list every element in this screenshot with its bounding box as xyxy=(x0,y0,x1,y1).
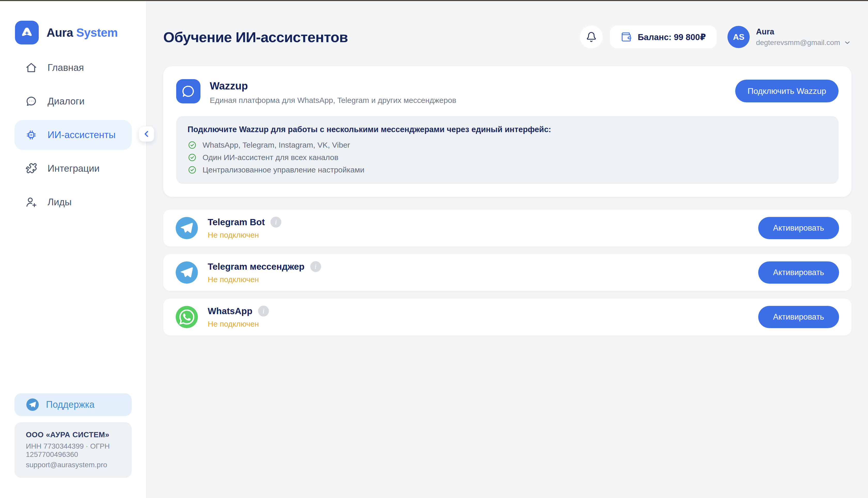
sidebar-nav: Главная Диалоги xyxy=(0,53,146,217)
company-info: ООО «АУРА СИСТЕМ» ИНН 7730344399 · ОГРН … xyxy=(14,422,132,478)
aura-logo-icon xyxy=(15,21,39,44)
sidebar-footer: Поддержка ООО «АУРА СИСТЕМ» ИНН 77303443… xyxy=(0,393,146,498)
wazzup-feature-list: WhatsApp, Telegram, Instagram, VK, Viber… xyxy=(188,140,827,175)
app-root: Aura System Главная xyxy=(0,1,868,498)
company-email: support@aurasystem.pro xyxy=(26,461,120,469)
wazzup-info-title: Подключите Wazzup для работы с нескольки… xyxy=(188,124,827,135)
info-icon[interactable]: i xyxy=(258,306,269,316)
activate-whatsapp-button[interactable]: Активировать xyxy=(758,306,839,328)
wazzup-card: Wazzup Единая платформа для WhatsApp, Te… xyxy=(163,66,852,197)
home-icon xyxy=(25,62,37,74)
sidebar-item-label: Главная xyxy=(48,62,84,73)
feature-item: Централизованное управление настройками xyxy=(188,165,827,175)
balance-button[interactable]: Баланс: 99 800₽ xyxy=(610,26,717,48)
user-plus-icon xyxy=(25,196,37,208)
sidebar-item-label: Диалоги xyxy=(48,96,84,107)
telegram-icon xyxy=(176,217,198,239)
channel-text: Telegram мессенджер i Не подключен xyxy=(208,261,758,284)
activate-telegram-bot-button[interactable]: Активировать xyxy=(758,217,839,239)
puzzle-icon xyxy=(25,163,37,174)
chevron-left-icon xyxy=(141,129,152,139)
info-icon[interactable]: i xyxy=(310,261,321,272)
feature-item: Один ИИ-ассистент для всех каналов xyxy=(188,152,827,163)
feature-label: Централизованное управление настройками xyxy=(203,165,364,175)
user-meta: Aura degterevsmm@gmail.com xyxy=(756,27,852,47)
channel-name: WhatsApp xyxy=(208,306,253,316)
chip-icon xyxy=(25,129,37,141)
wazzup-icon xyxy=(176,79,201,103)
channel-status: Не подключен xyxy=(208,231,758,239)
avatar: AS xyxy=(728,26,750,48)
header-actions: Баланс: 99 800₽ AS Aura degterevsmm@gmai… xyxy=(580,26,852,48)
info-icon[interactable]: i xyxy=(270,217,281,227)
brand-accent: System xyxy=(76,26,118,39)
balance-label: Баланс: 99 800₽ xyxy=(638,32,706,42)
channel-text: Telegram Bot i Не подключен xyxy=(208,217,758,239)
wazzup-card-header: Wazzup Единая платформа для WhatsApp, Te… xyxy=(176,79,839,105)
feature-label: Один ИИ-ассистент для всех каналов xyxy=(203,152,338,163)
channel-row-whatsapp: WhatsApp i Не подключен Активировать xyxy=(163,299,852,335)
channel-row-telegram-messenger: Telegram мессенджер i Не подключен Актив… xyxy=(163,254,852,291)
wallet-icon xyxy=(621,31,632,42)
check-circle-icon xyxy=(188,165,197,174)
feature-label: WhatsApp, Telegram, Instagram, VK, Viber xyxy=(203,140,350,150)
wazzup-info-panel: Подключите Wazzup для работы с нескольки… xyxy=(176,116,839,184)
sidebar-item-leads[interactable]: Лиды xyxy=(14,187,132,217)
telegram-icon xyxy=(176,261,198,284)
page-title: Обучение ИИ-ассистентов xyxy=(163,29,348,45)
check-circle-icon xyxy=(188,153,197,162)
sidebar-collapse-button[interactable] xyxy=(139,126,154,142)
activate-telegram-messenger-button[interactable]: Активировать xyxy=(758,261,839,284)
channel-name: Telegram мессенджер xyxy=(208,261,304,272)
sidebar-item-home[interactable]: Главная xyxy=(14,53,132,83)
channel-name: Telegram Bot xyxy=(208,217,265,227)
company-registration: ИНН 7730344399 · ОГРН 1257700496360 xyxy=(26,442,120,459)
bell-icon xyxy=(586,31,597,42)
channel-row-telegram-bot: Telegram Bot i Не подключен Активировать xyxy=(163,210,852,246)
brand-primary: Aura xyxy=(46,26,73,39)
chat-icon xyxy=(25,95,37,107)
check-circle-icon xyxy=(188,140,197,150)
sidebar-item-label: Лиды xyxy=(48,197,71,208)
user-menu[interactable]: AS Aura degterevsmm@gmail.com xyxy=(728,26,852,48)
notifications-button[interactable] xyxy=(580,26,603,48)
page-header: Обучение ИИ-ассистентов xyxy=(163,25,852,49)
wazzup-title: Wazzup xyxy=(210,80,735,92)
support-button[interactable]: Поддержка xyxy=(14,393,132,416)
sidebar: Aura System Главная xyxy=(0,1,147,498)
whatsapp-icon xyxy=(176,306,198,328)
telegram-support-icon xyxy=(26,398,39,411)
main-content: Обучение ИИ-ассистентов xyxy=(147,1,868,498)
sidebar-item-ai-assistants[interactable]: ИИ-ассистенты xyxy=(14,120,132,150)
sidebar-item-label: Интеграции xyxy=(48,163,99,174)
channel-status: Не подключен xyxy=(208,319,758,328)
app-logo[interactable]: Aura System xyxy=(0,1,146,44)
wazzup-subtitle: Единая платформа для WhatsApp, Telegram … xyxy=(210,96,735,105)
user-email: degterevsmm@gmail.com xyxy=(756,39,840,47)
brand-name: Aura System xyxy=(46,26,118,40)
feature-item: WhatsApp, Telegram, Instagram, VK, Viber xyxy=(188,140,827,150)
company-name: ООО «АУРА СИСТЕМ» xyxy=(26,431,120,439)
wazzup-titles: Wazzup Единая платформа для WhatsApp, Te… xyxy=(210,79,735,105)
sidebar-item-integrations[interactable]: Интеграции xyxy=(14,154,132,184)
chevron-down-icon xyxy=(843,39,852,47)
sidebar-item-label: ИИ-ассистенты xyxy=(48,130,116,140)
support-label: Поддержка xyxy=(46,399,95,410)
sidebar-item-dialogs[interactable]: Диалоги xyxy=(14,86,132,116)
user-name: Aura xyxy=(756,27,852,37)
connect-wazzup-button[interactable]: Подключить Wazzup xyxy=(735,80,839,102)
channel-status: Не подключен xyxy=(208,275,758,284)
channel-text: WhatsApp i Не подключен xyxy=(208,306,758,328)
